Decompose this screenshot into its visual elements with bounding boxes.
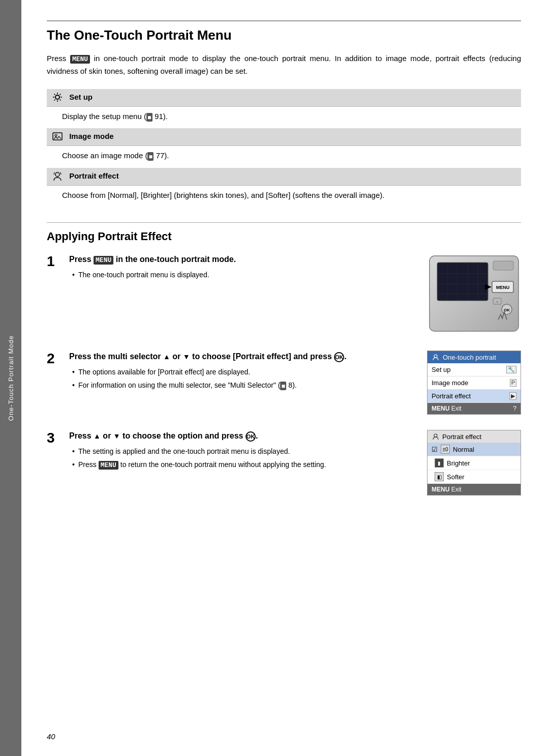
svg-text:+: + xyxy=(496,300,498,304)
ok-button-2: OK xyxy=(334,352,344,362)
menu-row-imagemode-header: Image mode xyxy=(47,128,521,146)
menu-row-setup-icon: 🔧 xyxy=(506,366,516,373)
step-2-title: Press the multi selector ▲ or ▼ to choos… xyxy=(69,351,418,363)
menu-screen-row-setup: Set up 🔧 xyxy=(428,363,521,376)
main-content: The One-Touch Portrait Menu Press MENU i… xyxy=(21,0,549,756)
menu-row-imagemode-icon: P xyxy=(510,379,516,387)
menu-keyword-step1: MENU xyxy=(94,256,113,265)
menu-keyword-step3: MENU xyxy=(99,461,118,470)
step-3-bullets: The setting is applied and the one-touch… xyxy=(71,446,418,471)
menu-row-portrait-header: Portrait effect xyxy=(47,168,521,186)
imagemode-label: Image mode xyxy=(69,132,114,140)
sidebar: One-Touch Portrait Mode xyxy=(0,0,21,756)
menu-footer-menu-label: MENU Exit xyxy=(432,405,462,412)
menu-table: Set up Display the setup menu (■ 91). xyxy=(47,89,521,208)
page-container: One-Touch Portrait Mode The One-Touch Po… xyxy=(0,0,549,756)
menu-row-portrait-icon: ▶ xyxy=(509,392,516,400)
normal-check: ☑ xyxy=(432,446,438,453)
step-1: 1 Press MENU in the one-touch portrait m… xyxy=(47,253,521,335)
portrait-cam-icon xyxy=(432,353,440,361)
setup-icon xyxy=(52,92,63,103)
imagemode-desc: Choose an image mode (■ 77). xyxy=(62,151,169,160)
menu-keyword-intro: MENU xyxy=(70,55,90,64)
softer-label: Softer xyxy=(447,473,465,481)
step-1-number: 1 xyxy=(47,253,65,269)
steps-container: 1 Press MENU in the one-touch portrait m… xyxy=(47,253,521,496)
effect-screen-title: Portrait effect xyxy=(442,433,481,441)
svg-point-3 xyxy=(55,172,59,177)
arrow-up-2: ▲ xyxy=(163,353,170,361)
step-2-bullet-2: For information on using the multi selec… xyxy=(71,380,418,391)
step-3-title: Press ▲ or ▼ to choose the option and pr… xyxy=(69,430,418,442)
menu-row-setup-header: Set up xyxy=(47,89,521,107)
effect-screen-1: Portrait effect ☑ ±0 Normal ▮ Brighter xyxy=(427,430,521,496)
step-2-number: 2 xyxy=(47,351,65,366)
effect-screen-footer: MENU Exit xyxy=(428,484,521,495)
intro-text: Press MENU in one-touch portrait mode to… xyxy=(47,52,521,78)
menu-footer-help: ? xyxy=(513,405,516,412)
svg-text:OK: OK xyxy=(504,308,510,312)
svg-point-0 xyxy=(55,95,59,99)
page-title-section: The One-Touch Portrait Menu Press MENU i… xyxy=(47,20,521,207)
normal-icon-box: ±0 xyxy=(441,445,450,454)
setup-label: Set up xyxy=(69,92,93,101)
menu-screen-1: One-touch portrait Set up 🔧 Image mode P xyxy=(427,351,521,415)
portrait-effect-label: Portrait effect xyxy=(69,171,119,180)
portrait-effect-icon xyxy=(52,170,63,182)
svg-point-2 xyxy=(55,134,57,136)
imagemode-ref: ■ xyxy=(147,152,154,161)
menu-row-setup-label: Set up xyxy=(432,366,451,373)
effect-screen-header: Portrait effect xyxy=(428,430,521,443)
svg-rect-6 xyxy=(437,263,488,301)
sidebar-label: One-Touch Portrait Mode xyxy=(7,335,15,421)
arrow-down-2: ▼ xyxy=(183,353,190,361)
page-title: The One-Touch Portrait Menu xyxy=(47,27,521,43)
setup-desc: Display the setup menu (■ 91). xyxy=(62,112,168,121)
or-text: or xyxy=(172,352,180,361)
step-3-screen: Portrait effect ☑ ±0 Normal ▮ Brighter xyxy=(427,430,521,496)
step-2-bullet-1: The options available for [Portrait effe… xyxy=(71,367,418,378)
menu-screen-row-portrait: Portrait effect ▶ xyxy=(428,390,521,403)
menu-row-portrait-label: Portrait effect xyxy=(432,392,471,400)
step-3-bullet-2: Press MENU to return the one-touch portr… xyxy=(71,459,418,471)
step-2-screen: One-touch portrait Set up 🔧 Image mode P xyxy=(427,351,521,415)
svg-point-22 xyxy=(434,434,437,437)
arrow-down-3: ▼ xyxy=(113,432,120,440)
softer-icon-box: ◧ xyxy=(435,472,444,481)
step-2-bullets: The options available for [Portrait effe… xyxy=(71,367,418,391)
menu-row-setup-desc: Display the setup menu (■ 91). xyxy=(47,106,521,128)
svg-point-21 xyxy=(434,355,437,358)
menu-screen-row-imagemode: Image mode P xyxy=(428,376,521,390)
applying-section: Applying Portrait Effect 1 Press MENU in… xyxy=(47,222,521,496)
effect-row-normal: ☑ ±0 Normal xyxy=(428,443,521,456)
svg-text:MENU: MENU xyxy=(496,285,510,290)
portrait-effect-desc: Choose from [Normal], [Brighter] (bright… xyxy=(62,191,384,199)
step-1-title: Press MENU in the one-touch portrait mod… xyxy=(69,253,418,266)
menu-screen-1-footer: MENU Exit ? xyxy=(428,403,521,414)
step-2-content: Press the multi selector ▲ or ▼ to choos… xyxy=(65,351,418,393)
menu-screen-1-header: One-touch portrait xyxy=(428,351,521,363)
step-1-image: MENU OK xyxy=(427,253,521,335)
arrow-up-3: ▲ xyxy=(94,432,101,440)
step-1-content: Press MENU in the one-touch portrait mod… xyxy=(65,253,418,283)
step-1-bullet-1: The one-touch portrait menu is displayed… xyxy=(71,270,418,281)
page-number: 40 xyxy=(47,732,55,741)
svg-rect-14 xyxy=(493,261,513,270)
menu-row-portrait-desc: Choose from [Normal], [Brighter] (bright… xyxy=(47,185,521,207)
camera-diagram-1: MENU OK xyxy=(427,253,521,334)
step-3: 3 Press ▲ or ▼ to choose the option and … xyxy=(47,430,521,496)
menu-row-imagemode-label: Image mode xyxy=(432,379,468,387)
menu-row-imagemode-desc: Choose an image mode (■ 77). xyxy=(47,146,521,168)
normal-label: Normal xyxy=(453,446,474,453)
step-2-ref: ■ xyxy=(280,382,286,391)
brighter-label: Brighter xyxy=(447,459,470,467)
step-1-bullets: The one-touch portrait menu is displayed… xyxy=(71,270,418,281)
brighter-icon-box: ▮ xyxy=(435,458,444,468)
image-mode-icon xyxy=(52,131,63,142)
setup-ref: ■ xyxy=(146,113,152,122)
ok-button-3: OK xyxy=(246,431,256,442)
menu-screen-1-title: One-touch portrait xyxy=(443,354,496,361)
step-3-bullet-1: The setting is applied and the one-touch… xyxy=(71,446,418,457)
portrait-effect-header-icon xyxy=(432,432,440,441)
effect-row-brighter: ▮ Brighter xyxy=(428,456,521,470)
